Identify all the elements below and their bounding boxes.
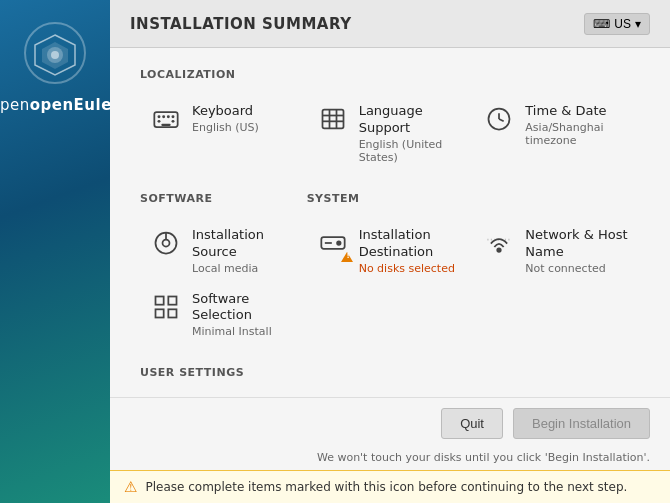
keyboard-text: Keyboard English (US) bbox=[192, 103, 259, 134]
svg-rect-22 bbox=[156, 296, 164, 304]
disc-icon bbox=[150, 227, 182, 259]
system-items: ! Installation Destination No disks sele… bbox=[307, 219, 640, 283]
bottom-bar: ⚠ Please complete items marked with this… bbox=[110, 470, 670, 503]
section-user-settings-title: USER SETTINGS bbox=[140, 366, 640, 383]
item-source[interactable]: Installation Source Local media bbox=[140, 219, 307, 283]
item-language[interactable]: Language Support English (United States) bbox=[307, 95, 474, 172]
content-area: LOCALIZATION bbox=[110, 48, 670, 397]
item-destination[interactable]: ! Installation Destination No disks sele… bbox=[307, 219, 474, 283]
language-sublabel: English (United States) bbox=[359, 138, 464, 164]
grid-icon bbox=[150, 291, 182, 323]
svg-point-29 bbox=[498, 248, 502, 252]
language-text: Language Support English (United States) bbox=[359, 103, 464, 164]
language-support-icon bbox=[317, 103, 349, 135]
time-sublabel: Asia/Shanghai timezone bbox=[525, 121, 630, 147]
software-items: Installation Source Local media bbox=[140, 219, 307, 347]
section-system: SYSTEM ! Install bbox=[307, 192, 640, 347]
section-software-title: SOFTWARE bbox=[140, 192, 307, 209]
selection-text: Software Selection Minimal Install bbox=[192, 291, 297, 339]
svg-point-2 bbox=[51, 51, 59, 59]
header: INSTALLATION SUMMARY ⌨ US ▾ bbox=[110, 0, 670, 48]
svg-rect-11 bbox=[322, 110, 343, 129]
quit-button[interactable]: Quit bbox=[441, 408, 503, 439]
language-label: Language Support bbox=[359, 103, 464, 137]
source-sublabel: Local media bbox=[192, 262, 297, 275]
sidebar: openopenEuler bbox=[0, 0, 110, 503]
item-keyboard[interactable]: Keyboard English (US) bbox=[140, 95, 307, 172]
warning-triangle-icon: ⚠ bbox=[124, 478, 137, 496]
svg-line-18 bbox=[499, 119, 504, 121]
chevron-down-icon: ▾ bbox=[635, 17, 641, 31]
footer-note: We won't touch your disks until you clic… bbox=[110, 449, 670, 470]
item-network[interactable]: Network & Host Name Not connected bbox=[473, 219, 640, 283]
item-time[interactable]: Time & Date Asia/Shanghai timezone bbox=[473, 95, 640, 172]
main-area: INSTALLATION SUMMARY ⌨ US ▾ LOCALIZATION bbox=[110, 0, 670, 503]
footer-buttons: Quit Begin Installation bbox=[110, 397, 670, 449]
logo-icon bbox=[20, 18, 90, 88]
section-localization: LOCALIZATION bbox=[140, 68, 640, 172]
lang-label: US bbox=[614, 17, 631, 31]
svg-rect-23 bbox=[168, 296, 176, 304]
time-label: Time & Date bbox=[525, 103, 630, 120]
network-label: Network & Host Name bbox=[525, 227, 630, 261]
section-software: SOFTWARE Installation Source Lo bbox=[140, 192, 307, 347]
selection-label: Software Selection bbox=[192, 291, 297, 325]
svg-rect-24 bbox=[156, 309, 164, 317]
harddisk-icon: ! bbox=[317, 227, 349, 259]
keyboard-label: Keyboard bbox=[192, 103, 259, 120]
destination-sublabel: No disks selected bbox=[359, 262, 464, 275]
begin-installation-button[interactable]: Begin Installation bbox=[513, 408, 650, 439]
network-text: Network & Host Name Not connected bbox=[525, 227, 630, 275]
section-system-title: SYSTEM bbox=[307, 192, 640, 209]
destination-label: Installation Destination bbox=[359, 227, 464, 261]
section-user-settings: USER SETTINGS ! Root Password bbox=[140, 366, 640, 397]
selection-sublabel: Minimal Install bbox=[192, 325, 297, 338]
time-text: Time & Date Asia/Shanghai timezone bbox=[525, 103, 630, 147]
destination-text: Installation Destination No disks select… bbox=[359, 227, 464, 275]
keyboard-sublabel: English (US) bbox=[192, 121, 259, 134]
source-label: Installation Source bbox=[192, 227, 297, 261]
language-button[interactable]: ⌨ US ▾ bbox=[584, 13, 650, 35]
network-icon bbox=[483, 227, 515, 259]
keyboard-icon bbox=[150, 103, 182, 135]
item-selection[interactable]: Software Selection Minimal Install bbox=[140, 283, 307, 347]
network-sublabel: Not connected bbox=[525, 262, 630, 275]
software-system-row: SOFTWARE Installation Source Lo bbox=[140, 192, 640, 367]
svg-point-27 bbox=[337, 241, 341, 245]
brand-label: openopenEuler bbox=[0, 96, 120, 114]
bottom-bar-message: Please complete items marked with this i… bbox=[145, 480, 627, 494]
clock-icon bbox=[483, 103, 515, 135]
localization-items: Keyboard English (US) bbox=[140, 95, 640, 172]
section-localization-title: LOCALIZATION bbox=[140, 68, 640, 85]
keyboard-icon: ⌨ bbox=[593, 17, 610, 31]
svg-rect-25 bbox=[168, 309, 176, 317]
source-text: Installation Source Local media bbox=[192, 227, 297, 275]
page-title: INSTALLATION SUMMARY bbox=[130, 15, 352, 33]
svg-point-20 bbox=[163, 239, 170, 246]
